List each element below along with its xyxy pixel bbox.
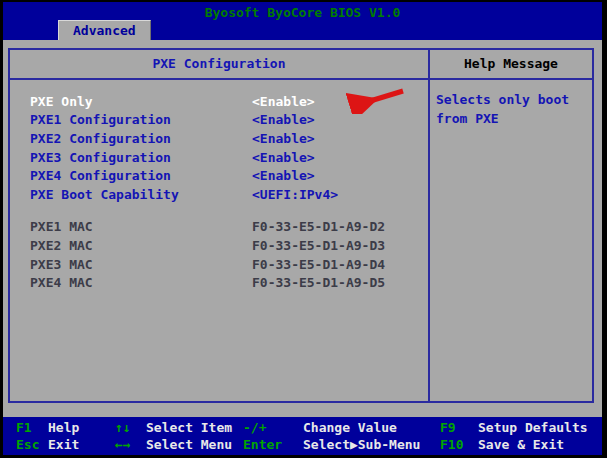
mac-row-pxe1: PXE1 MAC F0-33-E5-D1-A9-D2 [10,218,428,237]
hint-f10-save-exit: F10 Save & Exit [440,437,564,452]
page-title: PXE Configuration [10,56,428,71]
hint-leftright-select-menu: ←→ Select Menu [115,437,232,452]
menu-item-value: <Enable> [252,150,315,165]
hint-esc-exit: Esc Exit [16,437,79,452]
hint-label: Save & Exit [478,437,564,452]
mac-value: F0-33-E5-D1-A9-D4 [252,257,385,272]
menu-item-pxe2-configuration[interactable]: PXE2 Configuration <Enable> [10,129,428,148]
hint-label: Change Value [303,420,397,435]
menu-item-label: PXE2 Configuration [30,131,252,146]
bios-screen: Byosoft ByoCore BIOS V1.0 Advanced PXE C… [0,0,607,458]
hint-key: F10 [440,437,478,452]
hint-f9-setup-defaults: F9 Setup Defaults [440,420,588,435]
bios-title: Byosoft ByoCore BIOS V1.0 [3,5,602,20]
key-legend-row-1: F1 Help ↑↓ Select Item -/+ Change Value … [3,420,602,437]
mac-row-pxe4: PXE4 MAC F0-33-E5-D1-A9-D5 [10,273,428,292]
menu-item-pxe3-configuration[interactable]: PXE3 Configuration <Enable> [10,148,428,167]
mac-label: PXE2 MAC [30,238,252,253]
tab-advanced[interactable]: Advanced [58,20,151,40]
hint-label: Select Menu [146,437,232,452]
mac-value: F0-33-E5-D1-A9-D2 [252,219,385,234]
hint-label: Select Item [146,420,232,435]
title-bar: Byosoft ByoCore BIOS V1.0 Advanced [3,2,602,40]
menu-item-pxe1-configuration[interactable]: PXE1 Configuration <Enable> [10,111,428,130]
hint-label: Help [48,420,79,435]
help-panel: Selects only boot from PXE [430,80,592,401]
hint-key: Esc [16,437,48,452]
menu-item-label: PXE Boot Capability [30,187,252,202]
hint-label: Select▶Sub-Menu [303,437,420,452]
settings-list: PXE Only <Enable> PXE1 Configuration <En… [10,80,428,401]
mac-address-list: PXE1 MAC F0-33-E5-D1-A9-D2 PXE2 MAC F0-3… [10,218,428,292]
mac-row-pxe2: PXE2 MAC F0-33-E5-D1-A9-D3 [10,236,428,255]
hint-key: -/+ [243,420,303,435]
hint-enter-select-submenu: Enter Select▶Sub-Menu [243,437,420,452]
help-panel-title: Help Message [430,56,592,71]
menu-item-value: <Enable> [252,112,315,127]
mac-value: F0-33-E5-D1-A9-D5 [252,275,385,290]
hint-label: Setup Defaults [478,420,588,435]
hint-label: Exit [48,437,79,452]
leftright-arrows-icon: ←→ [115,437,146,452]
panel-header: PXE Configuration Help Message [10,50,592,80]
updown-arrows-icon: ↑↓ [115,420,146,435]
main-panel: PXE Configuration Help Message PXE Only … [8,48,594,403]
menu-item-pxe4-configuration[interactable]: PXE4 Configuration <Enable> [10,166,428,185]
mac-value: F0-33-E5-D1-A9-D3 [252,238,385,253]
hint-key: Enter [243,437,303,452]
help-text: Selects only boot from PXE [436,90,586,128]
mac-label: PXE3 MAC [30,257,252,272]
menu-item-pxe-only[interactable]: PXE Only <Enable> [10,92,428,111]
menu-item-value: <Enable> [252,131,315,146]
menu-item-value: <Enable> [252,94,315,109]
hint-plusminus-change-value: -/+ Change Value [243,420,397,435]
menu-item-label: PXE3 Configuration [30,150,252,165]
key-legend-bar: F1 Help ↑↓ Select Item -/+ Change Value … [3,417,602,455]
menu-item-pxe-boot-capability[interactable]: PXE Boot Capability <UEFI:IPv4> [10,185,428,204]
mac-row-pxe3: PXE3 MAC F0-33-E5-D1-A9-D4 [10,255,428,274]
hint-key: F9 [440,420,478,435]
hint-key: F1 [16,420,48,435]
menu-item-value: <UEFI:IPv4> [252,187,338,202]
mac-label: PXE1 MAC [30,219,252,234]
key-legend-row-2: Esc Exit ←→ Select Menu Enter Select▶Sub… [3,437,602,454]
hint-f1-help: F1 Help [16,420,79,435]
menu-item-label: PXE Only [30,94,252,109]
hint-updown-select-item: ↑↓ Select Item [115,420,232,435]
mac-label: PXE4 MAC [30,275,252,290]
menu-item-label: PXE1 Configuration [30,112,252,127]
bios-body: Byosoft ByoCore BIOS V1.0 Advanced PXE C… [3,2,602,455]
menu-item-label: PXE4 Configuration [30,168,252,183]
menu-item-value: <Enable> [252,168,315,183]
